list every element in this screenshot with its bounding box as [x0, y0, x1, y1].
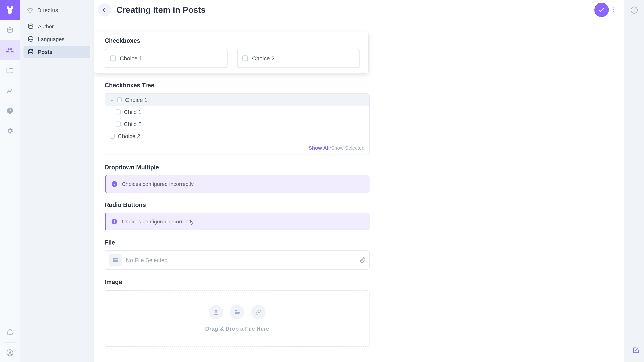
config-warning-text: Choices configured incorrectly	[122, 219, 194, 225]
image-drop-buttons	[209, 305, 266, 320]
tree-node-label: Choice 1	[125, 97, 148, 103]
config-warning-text: Choices configured incorrectly	[122, 181, 194, 187]
paperclip-icon	[359, 257, 365, 263]
box-icon	[6, 26, 14, 34]
nav-rail	[0, 0, 20, 362]
tree-node-child-1[interactable]: Child 1	[105, 106, 369, 118]
tree-box: Choice 1 Child 1 Child 2 Choice 2	[105, 93, 370, 155]
checkbox-icon[interactable]	[116, 109, 121, 114]
svg-rect-10	[634, 8, 634, 9]
chevron-down-icon[interactable]	[110, 98, 114, 102]
section-checkboxes-tree: Checkboxes Tree Choice 1 Child 1	[105, 73, 369, 155]
upload-icon	[213, 309, 219, 316]
tree-node-choice-2[interactable]: Choice 2	[105, 130, 369, 142]
check-icon	[598, 6, 605, 13]
sidebar-item-languages[interactable]: Languages	[24, 33, 90, 45]
sidebar-item-label: Languages	[38, 36, 64, 42]
nav-account[interactable]	[0, 344, 20, 362]
checkbox-choice-2[interactable]: Choice 2	[237, 49, 360, 68]
image-library-button[interactable]	[230, 305, 244, 320]
svg-point-1	[9, 351, 11, 353]
folder-open-icon	[112, 257, 119, 264]
section-title: Image	[105, 279, 369, 286]
app-logo[interactable]	[0, 0, 20, 20]
tree-show-selected-link[interactable]: Show Selected	[331, 145, 364, 151]
checkbox-group: Choice 1 Choice 2	[105, 49, 360, 68]
svg-point-3	[28, 36, 33, 38]
database-icon	[28, 36, 34, 42]
bell-icon	[6, 328, 14, 336]
tree-footer-sep: /	[330, 145, 331, 151]
sidebar-item-author[interactable]: Author	[24, 20, 90, 33]
infobar	[624, 0, 644, 362]
nav-users[interactable]	[0, 40, 20, 60]
section-checkboxes: Checkboxes Choice 1 Choice 2	[105, 27, 369, 73]
nav-divider	[4, 342, 16, 343]
nav-notifications[interactable]	[0, 323, 20, 341]
nav-settings[interactable]	[0, 121, 20, 141]
back-button[interactable]	[98, 3, 111, 16]
form: Checkboxes Choice 1 Choice 2	[94, 27, 369, 347]
tree-node-child-2[interactable]: Child 2	[105, 118, 369, 130]
sidebar-brand[interactable]: Directus	[20, 0, 94, 20]
form-scroll[interactable]: Checkboxes Choice 1 Choice 2	[94, 20, 624, 362]
users-icon	[6, 46, 14, 54]
kebab-icon	[611, 7, 616, 12]
sidebar-list: Author Languages Posts	[20, 20, 94, 58]
section-title: Radio Buttons	[105, 201, 369, 209]
checkbox-icon[interactable]	[242, 55, 248, 61]
nav-rail-bottom	[0, 323, 20, 362]
checkbox-icon[interactable]	[110, 134, 115, 139]
insights-icon	[6, 87, 14, 94]
rabbit-icon	[5, 5, 15, 15]
section-title: Dropdown Multiple	[105, 164, 369, 171]
save-button[interactable]	[594, 3, 609, 17]
nav-collections[interactable]	[0, 20, 20, 40]
tree-node-label: Choice 2	[118, 133, 140, 139]
config-warning: Choices configured incorrectly	[105, 175, 370, 193]
sidebar: Directus Author Languages Posts	[20, 0, 94, 362]
tree-node-choice-1[interactable]: Choice 1	[105, 94, 369, 106]
tree-show-all-link[interactable]: Show All	[308, 145, 330, 151]
info-icon	[630, 6, 638, 14]
nav-rail-items	[0, 20, 20, 323]
sidebar-item-label: Author	[38, 23, 54, 30]
sidebar-item-posts[interactable]: Posts	[24, 45, 90, 58]
tree-node-label: Child 2	[124, 121, 142, 127]
svg-point-7	[613, 11, 614, 12]
file-input[interactable]: No File Selected	[105, 250, 370, 270]
svg-point-2	[28, 24, 33, 25]
checkbox-icon[interactable]	[117, 97, 122, 102]
sidebar-item-label: Posts	[38, 49, 52, 55]
image-dropzone[interactable]: Drag & Drop a File Here	[105, 290, 370, 347]
folder-open-icon	[234, 309, 240, 316]
checkbox-icon[interactable]	[110, 55, 116, 61]
main: Creating Item in Posts Checkboxes	[94, 0, 624, 362]
info-sidebar-toggle[interactable]	[624, 0, 644, 20]
more-menu-button[interactable]	[611, 7, 616, 13]
tree-footer: Show All / Show Selected	[105, 142, 369, 151]
link-icon	[255, 309, 262, 316]
checkbox-choice-1[interactable]: Choice 1	[105, 49, 228, 68]
image-drop-hint: Drag & Drop a File Here	[205, 326, 269, 332]
image-upload-button[interactable]	[209, 305, 223, 320]
nav-docs[interactable]	[0, 100, 20, 121]
svg-point-4	[28, 49, 33, 51]
file-folder-button[interactable]	[109, 254, 122, 267]
pencil-box-icon	[632, 347, 640, 354]
image-url-button[interactable]	[251, 305, 266, 320]
edit-model-button[interactable]	[632, 347, 640, 355]
checkbox-label: Choice 2	[252, 55, 274, 62]
nav-insights[interactable]	[0, 80, 20, 100]
svg-point-5	[613, 7, 614, 8]
checkbox-icon[interactable]	[116, 121, 121, 126]
account-circle-icon	[6, 349, 14, 357]
app-root: Directus Author Languages Posts Creating…	[0, 0, 644, 362]
nav-files[interactable]	[0, 60, 20, 80]
section-file: File No File Selected	[105, 230, 369, 270]
gear-icon	[6, 127, 14, 134]
info-circle-icon	[111, 181, 118, 187]
svg-point-6	[613, 9, 614, 10]
database-icon	[28, 23, 34, 30]
file-attach-button[interactable]	[359, 257, 365, 264]
